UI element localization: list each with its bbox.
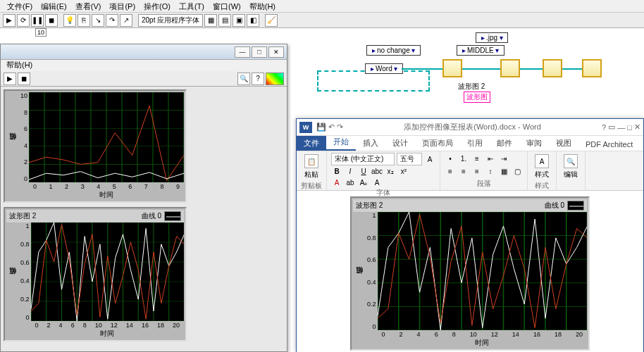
stop-button[interactable]: ◼ — [45, 14, 58, 27]
step-out-button[interactable]: ↗ — [120, 14, 132, 27]
highlight-button[interactable]: ab — [345, 177, 356, 188]
word-minimize-button[interactable]: — — [617, 123, 625, 132]
bd-wfg-ref[interactable]: 波形图 — [464, 92, 490, 103]
cleanup-button[interactable]: 🧹 — [265, 14, 278, 27]
align-center-button[interactable]: ≡ — [458, 166, 469, 177]
font-color-button[interactable]: A — [331, 177, 342, 188]
fp-run-button[interactable]: ▶ — [4, 73, 16, 85]
menu-edit[interactable]: 编辑(E) — [37, 0, 71, 12]
bd-jpg-const[interactable]: ▸.jpg▾ — [476, 32, 508, 43]
step-over-button[interactable]: ↷ — [106, 14, 118, 27]
word-close-button[interactable]: ✕ — [634, 122, 640, 132]
chart1-yticks: 1086420 — [19, 92, 29, 182]
tab-insert[interactable]: 插入 — [356, 136, 385, 151]
italic-button[interactable]: I — [345, 165, 356, 177]
borders-button[interactable]: ▢ — [512, 166, 523, 177]
tab-view[interactable]: 视图 — [549, 136, 578, 151]
font-selector[interactable]: 20pt 应用程序字体 — [138, 14, 203, 27]
minimize-button[interactable]: — — [235, 46, 250, 58]
numbering-button[interactable]: 1. — [458, 153, 469, 164]
bd-nochange-const[interactable]: ▸no change▾ — [366, 45, 421, 56]
retain-button[interactable]: ⎘ — [78, 14, 90, 27]
menu-project[interactable]: 项目(P) — [105, 0, 140, 12]
word-titlebar[interactable]: W 💾 ↶ ↷ 添加控件图像至报表(Word).docx - Word ? ▭ … — [297, 119, 643, 136]
fp-help-button[interactable]: ? — [252, 73, 264, 85]
maximize-button[interactable]: □ — [252, 46, 267, 58]
word-chart-legend[interactable]: 曲线 0 — [545, 201, 584, 210]
tab-home[interactable]: 开始 — [326, 134, 356, 151]
menu-tools[interactable]: 工具(T) — [175, 0, 209, 12]
bd-const-10[interactable]: 10 — [35, 28, 47, 37]
word-doc-title: 添加控件图像至报表(Word).docx - Word — [343, 122, 602, 132]
waveform-graph-2[interactable]: 波形图 2 曲线 0 幅值 10.80.60.40.20 02468101214… — [4, 207, 187, 341]
block-diagram[interactable]: ▸no change▾ ▸Word▾ ▸.jpg▾ ▸MIDDLE▾ 波形图 2… — [289, 28, 644, 120]
menu-view[interactable]: 查看(V) — [71, 0, 106, 12]
tab-ref[interactable]: 引用 — [460, 136, 490, 151]
bd-report-vi-2[interactable] — [500, 59, 520, 77]
font-size-selector[interactable]: 五号 — [397, 153, 422, 165]
word-help-icon[interactable]: ? — [602, 123, 606, 132]
tab-mail[interactable]: 邮件 — [490, 136, 519, 151]
word-embedded-chart[interactable]: 波形图 2 曲线 0 幅值 10.80.60.40.20 02468101214… — [350, 196, 590, 351]
fp-menu-help[interactable]: 帮助(H) — [4, 60, 35, 71]
tab-review[interactable]: 审阅 — [519, 136, 549, 151]
menu-help[interactable]: 帮助(H) — [245, 0, 280, 12]
grow-font-button[interactable]: A — [424, 153, 435, 165]
fp-search-button[interactable]: 🔍 — [237, 73, 250, 85]
ribbon-styles-group: A样式 样式 — [528, 151, 557, 190]
run-cont-button[interactable]: ⟳ — [17, 14, 30, 27]
fp-icon[interactable] — [266, 73, 284, 85]
tab-design[interactable]: 设计 — [385, 136, 415, 151]
indent-dec-button[interactable]: ⇤ — [485, 153, 496, 164]
sub-button[interactable]: x₂ — [385, 165, 396, 177]
bd-word-const[interactable]: ▸Word▾ — [365, 63, 403, 74]
word-document-body[interactable]: 波形图 2 曲线 0 幅值 10.80.60.40.20 02468101214… — [297, 191, 643, 352]
menu-file[interactable]: 文件(F) — [3, 0, 37, 12]
distribute-button[interactable]: ▤ — [218, 14, 231, 27]
highlight-button[interactable]: 💡 — [63, 14, 76, 27]
paste-button[interactable]: 📋粘贴 — [301, 153, 322, 181]
align-left-button[interactable]: ≡ — [445, 166, 456, 177]
word-ribbon-toggle-icon[interactable]: ▭ — [608, 122, 615, 132]
text-effects-button[interactable]: A — [371, 177, 383, 188]
tab-file[interactable]: 文件 — [297, 136, 326, 151]
bd-report-vi-4[interactable] — [582, 59, 602, 77]
underline-button[interactable]: U — [358, 165, 369, 177]
resize-button[interactable]: ▣ — [233, 14, 245, 27]
qat-save-icon[interactable]: 💾 — [316, 122, 326, 132]
align-button[interactable]: ▦ — [204, 14, 217, 27]
menu-window[interactable]: 窗口(W) — [209, 0, 245, 12]
waveform-graph-1[interactable]: 幅值 1086420 0123456789 时间 — [4, 89, 187, 203]
bold-button[interactable]: B — [331, 165, 342, 177]
qat-undo-icon[interactable]: ↶ — [328, 122, 335, 132]
pause-button[interactable]: ❚❚ — [31, 14, 44, 27]
line-spacing-button[interactable]: ↕ — [485, 166, 496, 177]
char-spacing-button[interactable]: Aₐ — [358, 177, 369, 188]
close-button[interactable]: ✕ — [268, 46, 284, 58]
tab-pdf[interactable]: PDF Architect — [578, 138, 640, 151]
indent-inc-button[interactable]: ⇥ — [498, 153, 509, 164]
bullets-button[interactable]: • — [445, 153, 456, 164]
font-name-selector[interactable]: 宋体 (中文正文) — [331, 153, 395, 165]
align-right-button[interactable]: ≡ — [471, 166, 483, 177]
find-button[interactable]: 🔍编辑 — [561, 153, 581, 181]
bd-report-vi-3[interactable] — [543, 59, 562, 77]
fp-titlebar[interactable]: — □ ✕ — [1, 44, 287, 60]
strike-button[interactable]: abc — [371, 165, 383, 177]
bd-middle-const[interactable]: ▸MIDDLE▾ — [457, 45, 504, 56]
sup-button[interactable]: x² — [398, 165, 409, 177]
qat-redo-icon[interactable]: ↷ — [337, 122, 343, 132]
tab-layout[interactable]: 页面布局 — [415, 136, 460, 151]
shading-button[interactable]: ▦ — [498, 166, 509, 177]
word-chart-ylabel: 幅值 — [353, 212, 366, 348]
step-in-button[interactable]: ↘ — [92, 14, 104, 27]
menu-operate[interactable]: 操作(O) — [140, 0, 175, 12]
run-button[interactable]: ▶ — [3, 14, 16, 27]
multilevel-button[interactable]: ≡ — [471, 153, 483, 164]
reorder-button[interactable]: ◧ — [247, 14, 259, 27]
fp-stop-button[interactable]: ◼ — [18, 73, 30, 85]
styles-button[interactable]: A样式 — [532, 153, 552, 181]
word-maximize-button[interactable]: □ — [627, 123, 632, 132]
bd-report-vi-1[interactable] — [442, 59, 462, 77]
chart2-legend[interactable]: 曲线 0 — [142, 211, 181, 221]
